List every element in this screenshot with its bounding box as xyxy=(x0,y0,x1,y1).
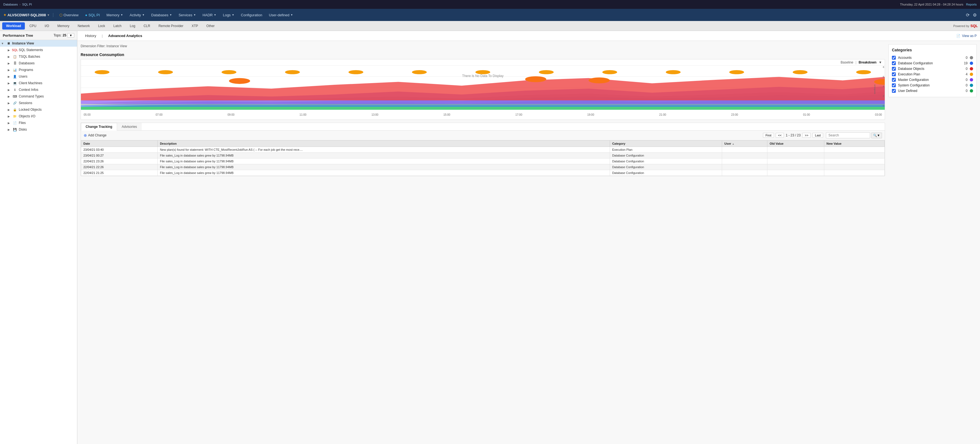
tsql-batches-icon: 📋 xyxy=(13,54,17,59)
tab-change-tracking[interactable]: Change Tracking xyxy=(81,123,117,130)
breakdown-arrow[interactable]: ▼ xyxy=(879,60,882,64)
tab-other[interactable]: Other xyxy=(202,22,218,30)
server-selector[interactable]: ✦ ALVSCDW07-SQL2008 ▼ xyxy=(3,13,53,17)
breakdown-link[interactable]: Breakdown xyxy=(859,60,877,64)
svg-point-19 xyxy=(666,70,681,74)
nav-memory[interactable]: Memory ▼ xyxy=(104,12,126,18)
tree-item-databases[interactable]: ▶ 🗄 Databases xyxy=(0,60,77,67)
tab-lock[interactable]: Lock xyxy=(94,22,109,30)
tree-item-instance-view[interactable]: ▼ 🖥 Instance View xyxy=(0,40,77,47)
tab-advisories[interactable]: Advisories xyxy=(117,123,142,130)
col-user[interactable]: User ▲ xyxy=(722,140,767,147)
settings-icon[interactable]: ⚙ xyxy=(973,13,977,18)
tree-item-disks[interactable]: ▶ 💾 Disks xyxy=(0,126,77,133)
category-checkbox[interactable] xyxy=(892,83,896,87)
tree-item-sql-statements[interactable]: ▶ SQL SQL Statements xyxy=(0,47,77,53)
view-as-link[interactable]: 📄 View as P xyxy=(956,34,977,38)
last-page-btn[interactable]: Last xyxy=(812,133,823,138)
tree-item-programs[interactable]: ▶ 📊 Programs xyxy=(0,67,77,73)
table-row[interactable]: 22/04/21 21:25 File sales_Log in databas… xyxy=(81,170,885,176)
search-button[interactable]: 🔍▼ xyxy=(871,132,882,138)
table-row[interactable]: 22/04/21 22:26 File sales_Log in databas… xyxy=(81,164,885,170)
category-count: 0 xyxy=(961,78,967,82)
tree-label-files: Files xyxy=(19,121,26,125)
tree-item-command-types[interactable]: ▶ ⌨ Command Types xyxy=(0,93,77,100)
col-description[interactable]: Description xyxy=(158,140,610,147)
cell-user xyxy=(722,164,767,170)
breadcrumb-db[interactable]: Databases xyxy=(3,3,18,6)
view-as-icon: 📄 xyxy=(956,34,960,38)
tab-log[interactable]: Log xyxy=(126,22,139,30)
tree-item-tsql-batches[interactable]: ▶ 📋 TSQL Batches xyxy=(0,53,77,60)
server-dropdown-arrow[interactable]: ▼ xyxy=(47,14,50,17)
category-row: System Configuration 0 xyxy=(892,83,973,88)
category-checkbox[interactable] xyxy=(892,61,896,65)
prev-page-btn[interactable]: << xyxy=(776,133,784,138)
table-row[interactable]: 23/04/21 03:40 New plan(s) found for sta… xyxy=(81,147,885,153)
tree-item-client-machines[interactable]: ▶ 💻 Client Machines xyxy=(0,80,77,86)
nav-services[interactable]: Services ▼ xyxy=(176,12,199,18)
svg-point-23 xyxy=(229,78,250,84)
services-arrow: ▼ xyxy=(193,14,196,16)
search-input[interactable] xyxy=(826,132,870,138)
category-checkbox[interactable] xyxy=(892,78,896,82)
sub-nav-advanced-analytics[interactable]: Advanced Analytics xyxy=(104,33,146,39)
baseline-breakdown: Baseline | Breakdown ▼ xyxy=(840,60,882,64)
tree-item-files[interactable]: ▶ 📄 Files xyxy=(0,119,77,126)
tops-dropdown-btn[interactable]: ▼ xyxy=(67,33,74,38)
next-page-btn[interactable]: >> xyxy=(802,133,811,138)
tab-memory[interactable]: Memory xyxy=(54,22,73,30)
server-name: ALVSCDW07-SQL2008 xyxy=(8,13,46,17)
logs-arrow: ▼ xyxy=(232,14,234,16)
tree-item-objects-io[interactable]: ▶ 📁 Objects I/O xyxy=(0,113,77,119)
nav-hadr[interactable]: HADR ▼ xyxy=(200,12,219,18)
category-checkbox[interactable] xyxy=(892,56,896,60)
tab-io[interactable]: I/O xyxy=(41,22,53,30)
col-old-value[interactable]: Old Value xyxy=(767,140,824,147)
sub-nav-history[interactable]: History xyxy=(81,33,100,39)
tree-item-users[interactable]: ▶ 👤 Users xyxy=(0,73,77,80)
tree-item-sessions[interactable]: ▶ 🔗 Sessions xyxy=(0,100,77,106)
tree-label-client-machines: Client Machines xyxy=(19,81,42,85)
top-bar: Databases › SQL PI Thursday, 22 April 20… xyxy=(0,0,980,9)
tab-remoteprovider[interactable]: Remote Provider xyxy=(154,22,187,30)
table-row[interactable]: 22/04/21 23:26 File sales_Log in databas… xyxy=(81,159,885,164)
category-count: 0 xyxy=(961,56,967,60)
tab-clr[interactable]: CLR xyxy=(140,22,154,30)
col-date[interactable]: Date xyxy=(81,140,158,147)
reports-link[interactable]: Reports xyxy=(966,3,977,6)
breadcrumb-sqlpi[interactable]: SQL PI xyxy=(22,3,32,6)
nav-sqlpi[interactable]: ● SQL PI xyxy=(82,12,102,18)
category-checkbox[interactable] xyxy=(892,89,896,93)
category-checkbox[interactable] xyxy=(892,72,896,76)
nav-configuration[interactable]: Configuration xyxy=(238,12,265,18)
first-page-btn[interactable]: First xyxy=(763,133,774,138)
cell-user xyxy=(722,147,767,153)
sessions-icon: 🔗 xyxy=(13,101,17,105)
tree-item-context-infos[interactable]: ▶ ℹ Context Infos xyxy=(0,86,77,93)
tab-xtp[interactable]: XTP xyxy=(188,22,202,30)
tab-network[interactable]: Network xyxy=(74,22,94,30)
tree-label-context-infos: Context Infos xyxy=(19,88,38,92)
tab-cpu[interactable]: CPU xyxy=(25,22,40,30)
nav-activity[interactable]: Activity ▼ xyxy=(127,12,147,18)
baseline-link[interactable]: Baseline xyxy=(840,60,853,64)
nav-userdefined[interactable]: User-defined ▼ xyxy=(266,12,296,18)
tab-workload[interactable]: Workload xyxy=(2,22,25,30)
nav-overview[interactable]: ⬡ Overview xyxy=(57,12,81,18)
nav-logs[interactable]: Logs ▼ xyxy=(220,12,237,18)
table-row[interactable]: 23/04/21 00:27 File sales_Log in databas… xyxy=(81,153,885,159)
category-count: 19 xyxy=(961,61,967,65)
expand-icon-ci: ▶ xyxy=(8,88,11,91)
pagination: First << 1 - 23 / 23 >> Last xyxy=(763,133,823,138)
refresh-icon[interactable]: ⟳ xyxy=(966,13,969,18)
tree-item-locked-objects[interactable]: ▶ 🔒 Locked Objects xyxy=(0,106,77,113)
col-new-value[interactable]: New Value xyxy=(824,140,885,147)
chart-svg xyxy=(81,66,885,113)
nav-databases[interactable]: Databases ▼ xyxy=(149,12,175,18)
category-label: Execution Plan xyxy=(898,72,959,76)
category-checkbox[interactable] xyxy=(892,67,896,71)
add-change-button[interactable]: ⊕ Add Change xyxy=(84,133,107,137)
col-category[interactable]: Category xyxy=(610,140,722,147)
tab-latch[interactable]: Latch xyxy=(110,22,126,30)
